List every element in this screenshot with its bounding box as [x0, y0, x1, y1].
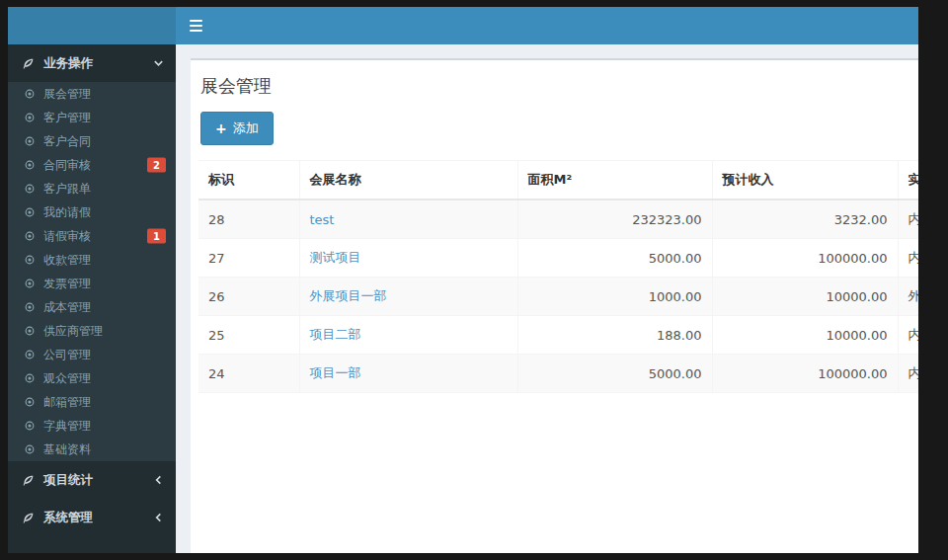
- cell-dept: 内展项目: [898, 316, 918, 355]
- sidebar-item-leave-review[interactable]: 请假审核 1: [8, 224, 176, 248]
- exhibition-link[interactable]: 外展项目一部: [310, 288, 387, 303]
- column-header-area: 面积M²: [517, 161, 712, 200]
- cell-id: 25: [198, 316, 299, 355]
- exhibition-link[interactable]: 项目二部: [310, 327, 361, 342]
- dot-circle-icon: [24, 206, 36, 218]
- cell-dept: 内展项目: [898, 239, 918, 278]
- cell-income: 10000.00: [712, 278, 898, 316]
- exhibitions-table: 标识 会展名称 面积M² 预计收入 实施部门 28 test 232323.00…: [198, 160, 918, 393]
- sidebar-item-contract-review[interactable]: 合同审核 2: [8, 153, 176, 177]
- sidebar-item-customer-orders[interactable]: 客户跟单: [8, 177, 176, 200]
- cell-area: 1000.00: [517, 278, 712, 316]
- sidebar-item-label: 观众管理: [43, 370, 91, 387]
- dot-circle-icon: [24, 420, 36, 432]
- dot-circle-icon: [24, 183, 36, 195]
- sidebar-item-label: 请假审核: [43, 228, 91, 245]
- sidebar-section-label: 业务操作: [43, 55, 93, 72]
- cell-dept: 内展项目: [898, 355, 918, 393]
- table-row: 27 测试项目 5000.00 100000.00 内展项目: [198, 239, 918, 278]
- sidebar-item-customers[interactable]: 客户管理: [8, 106, 176, 129]
- chevron-left-icon: [153, 475, 164, 486]
- table-row: 24 项目一部 5000.00 100000.00 内展项目: [198, 355, 918, 393]
- sidebar-submenu: 展会管理 客户管理 客户合同 合同审核 2 客户跟单 我的请假: [8, 82, 176, 461]
- exhibition-link[interactable]: 测试项目: [310, 250, 361, 265]
- sidebar-item-my-leave[interactable]: 我的请假: [8, 200, 176, 224]
- sidebar-item-costs[interactable]: 成本管理: [8, 295, 176, 319]
- sidebar-item-label: 收款管理: [43, 252, 91, 269]
- sidebar-item-label: 公司管理: [43, 347, 91, 363]
- column-header-dept: 实施部门: [898, 161, 918, 200]
- cell-dept: 内展项目: [898, 200, 918, 239]
- sidebar-item-payments[interactable]: 收款管理: [8, 248, 176, 272]
- sidebar-item-label: 客户管理: [43, 110, 91, 126]
- cell-dept: 外展项目: [898, 278, 918, 316]
- logo-area: [8, 7, 176, 44]
- sidebar-section-label: 项目统计: [43, 472, 93, 489]
- table-header-row: 标识 会展名称 面积M² 预计收入 实施部门: [198, 161, 918, 200]
- plus-icon: +: [215, 121, 227, 135]
- page-title: 展会管理: [200, 74, 910, 98]
- dot-circle-icon: [24, 278, 36, 289]
- sidebar-item-exhibitions[interactable]: 展会管理: [8, 82, 176, 106]
- cell-area: 188.00: [517, 316, 712, 355]
- notification-badge: 2: [147, 158, 166, 173]
- cell-id: 26: [198, 278, 299, 316]
- dot-circle-icon: [24, 88, 36, 100]
- dot-circle-icon: [24, 254, 36, 266]
- dot-circle-icon: [24, 230, 36, 242]
- sidebar-item-label: 客户合同: [43, 133, 91, 150]
- sidebar-section-business-ops[interactable]: 业务操作: [8, 44, 176, 82]
- cell-id: 28: [198, 200, 299, 239]
- exhibition-link[interactable]: test: [310, 212, 335, 227]
- cell-area: 232323.00: [517, 200, 712, 239]
- table-row: 25 项目二部 188.00 10000.00 内展项目: [198, 316, 918, 355]
- sidebar-item-companies[interactable]: 公司管理: [8, 343, 176, 366]
- table-row: 28 test 232323.00 3232.00 内展项目: [198, 200, 918, 239]
- dot-circle-icon: [24, 112, 36, 123]
- dot-circle-icon: [24, 159, 36, 171]
- add-button[interactable]: + 添加: [200, 112, 274, 145]
- sidebar-item-suppliers[interactable]: 供应商管理: [8, 319, 176, 343]
- table-row: 26 外展项目一部 1000.00 10000.00 外展项目: [198, 278, 918, 316]
- dot-circle-icon: [24, 325, 36, 337]
- cell-income: 10000.00: [712, 316, 898, 355]
- dot-circle-icon: [24, 396, 36, 408]
- sidebar-item-label: 我的请假: [43, 204, 91, 221]
- leaf-icon: [22, 57, 35, 70]
- sidebar-item-label: 邮箱管理: [43, 394, 91, 411]
- content-panel: 展会管理 + 添加 标识 会展名称 面积M² 预计收入 实施部门: [191, 58, 918, 553]
- sidebar-item-basic-data[interactable]: 基础资料: [8, 438, 176, 461]
- top-navbar: [8, 7, 918, 44]
- sidebar-item-audience[interactable]: 观众管理: [8, 366, 176, 390]
- cell-area: 5000.00: [517, 355, 712, 393]
- sidebar-item-invoices[interactable]: 发票管理: [8, 272, 176, 295]
- cell-area: 5000.00: [517, 239, 712, 278]
- app-screen: 业务操作 展会管理 客户管理 客户合同 合同审核 2: [8, 7, 918, 553]
- exhibition-link[interactable]: 项目一部: [310, 365, 361, 380]
- cell-income: 100000.00: [712, 355, 898, 393]
- dot-circle-icon: [24, 349, 36, 360]
- column-header-name: 会展名称: [299, 161, 517, 200]
- chevron-down-icon: [153, 58, 164, 69]
- sidebar-section-project-stats[interactable]: 项目统计: [8, 461, 176, 499]
- sidebar-item-label: 客户跟单: [43, 181, 91, 198]
- sidebar-item-dictionary[interactable]: 字典管理: [8, 414, 176, 438]
- sidebar-item-mailbox[interactable]: 邮箱管理: [8, 390, 176, 414]
- sidebar-item-customer-contracts[interactable]: 客户合同: [8, 129, 176, 153]
- hamburger-icon[interactable]: [188, 18, 205, 34]
- sidebar-item-label: 基础资料: [43, 441, 91, 458]
- navbar: [176, 7, 918, 44]
- sidebar-item-label: 成本管理: [43, 299, 91, 316]
- sidebar-section-label: 系统管理: [43, 510, 93, 526]
- cell-id: 27: [198, 239, 299, 278]
- column-header-id: 标识: [198, 161, 299, 200]
- cell-income: 100000.00: [712, 239, 898, 278]
- sidebar-section-system-mgmt[interactable]: 系统管理: [8, 499, 176, 536]
- chevron-left-icon: [153, 513, 164, 523]
- column-header-income: 预计收入: [712, 161, 898, 200]
- content-area: 展会管理 + 添加 标识 会展名称 面积M² 预计收入 实施部门: [176, 44, 918, 553]
- dot-circle-icon: [24, 135, 36, 147]
- notification-badge: 1: [147, 229, 166, 244]
- add-button-label: 添加: [233, 120, 259, 137]
- sidebar-item-label: 字典管理: [43, 418, 91, 435]
